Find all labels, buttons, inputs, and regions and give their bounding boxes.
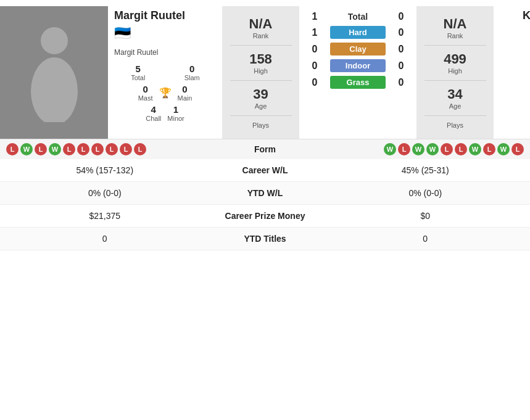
- left-minor-value: 1: [173, 104, 178, 115]
- form-badge-l: L: [483, 143, 495, 155]
- right-rank-block: N/A Rank: [416, 12, 494, 43]
- grass-score-left: 0: [299, 77, 330, 88]
- form-badge-w: W: [497, 143, 510, 155]
- grass-score-right: 0: [386, 77, 416, 88]
- center-col: 1 Total 0 1 Hard 0 0 Clay 0 0 Indoor 0: [299, 6, 416, 139]
- form-label: Form: [228, 144, 302, 154]
- left-ytd-wl: 0% (0-0): [6, 188, 204, 198]
- right-plays-label: Plays: [416, 121, 494, 129]
- left-form-badges: LWLWLLLLLL: [6, 143, 228, 155]
- left-age-value: 39: [222, 86, 299, 102]
- left-mid-stats: N/A Rank 158 High 39 Age Plays: [222, 6, 299, 139]
- left-ytd-titles: 0: [6, 234, 204, 244]
- left-minor-label: Minor: [167, 115, 184, 122]
- left-mast-label: Mast: [138, 94, 153, 102]
- career-wl-label: Career W/L: [204, 165, 327, 175]
- right-high-label: High: [416, 67, 494, 75]
- form-badge-l: L: [6, 143, 19, 155]
- right-prize: $0: [327, 211, 524, 221]
- right-age-value: 34: [416, 86, 494, 102]
- form-badge-l: L: [134, 143, 146, 155]
- clay-row: 0 Clay 0: [299, 43, 416, 56]
- left-divider-1: [230, 45, 292, 46]
- right-divider-2: [424, 80, 486, 81]
- ytd-titles-label: YTD Titles: [204, 234, 327, 244]
- right-form-badges: WLWWLLWLWL: [302, 143, 524, 155]
- right-divider-3: [424, 115, 486, 116]
- left-slam-stat: 0 Slam: [168, 64, 217, 81]
- ytd-titles-row: 0 YTD Titles 0: [0, 228, 530, 250]
- left-chall-stat: 4 Chall: [146, 104, 161, 122]
- form-badge-l: L: [511, 143, 524, 155]
- left-stats-grid: 5 Total 0 Slam: [114, 64, 216, 81]
- left-player-name: Margit Ruutel: [114, 9, 216, 22]
- form-badge-l: L: [35, 143, 47, 155]
- left-mast-stat: 0 Mast: [138, 84, 153, 102]
- career-wl-row: 54% (157-132) Career W/L 45% (25-31): [0, 159, 530, 182]
- grass-badge: Grass: [330, 76, 386, 89]
- left-rank-label: Rank: [222, 32, 299, 39]
- left-main-value: 0: [182, 84, 187, 94]
- right-divider-1: [424, 45, 486, 46]
- form-badge-l: L: [441, 143, 453, 155]
- clay-score-left: 0: [299, 44, 330, 55]
- left-silhouette: [23, 23, 85, 122]
- total-label: Total: [330, 12, 386, 22]
- left-high-label: High: [222, 67, 299, 75]
- right-player-info: Karoline Steiro 🇳🇴 Karoline Steiro 0 Tot…: [494, 6, 530, 139]
- left-mast-value: 0: [143, 84, 147, 94]
- form-badge-l: L: [77, 143, 89, 155]
- svg-point-1: [31, 57, 78, 122]
- left-chall-value: 4: [151, 104, 156, 115]
- hard-score-left: 1: [299, 27, 330, 38]
- indoor-score-left: 0: [299, 60, 330, 72]
- prize-row: $21,375 Career Prize Money $0: [0, 205, 530, 228]
- total-score-left: 1: [299, 11, 330, 22]
- total-score-right: 0: [386, 11, 416, 22]
- right-age-block: 34 Age: [416, 83, 494, 113]
- right-high-block: 499 High: [416, 47, 494, 78]
- left-chall-label: Chall: [146, 115, 161, 122]
- clay-score-right: 0: [386, 44, 416, 55]
- indoor-row: 0 Indoor 0: [299, 59, 416, 72]
- right-career-wl: 45% (25-31): [327, 165, 524, 175]
- left-trophy-icon: 🏆: [159, 87, 172, 99]
- left-career-wl: 54% (157-132): [6, 165, 204, 175]
- left-age-block: 39 Age: [222, 83, 299, 113]
- right-player-name: Karoline Steiro: [523, 9, 530, 22]
- right-age-label: Age: [416, 102, 494, 110]
- form-badge-w: W: [469, 143, 481, 155]
- form-section: LWLWLLLLLL Form WLWWLLWLWL: [0, 139, 530, 159]
- left-slam-value: 0: [189, 64, 194, 74]
- total-row: 1 Total 0: [299, 11, 416, 22]
- left-minor-stat: 1 Minor: [167, 104, 184, 122]
- players-row: Margit Ruutel 🇪🇪 Margit Ruutel 5 Total 0…: [0, 6, 530, 139]
- svg-point-0: [41, 27, 68, 54]
- right-rank-label: Rank: [416, 32, 494, 39]
- form-badge-l: L: [106, 143, 118, 155]
- right-ytd-titles: 0: [327, 234, 524, 244]
- right-mid-stats: N/A Rank 499 High 34 Age Plays: [416, 6, 494, 139]
- right-ytd-wl: 0% (0-0): [327, 188, 524, 198]
- right-high-value: 499: [416, 51, 494, 67]
- form-badge-l: L: [120, 143, 132, 155]
- left-total-label: Total: [131, 74, 145, 81]
- ytd-wl-label: YTD W/L: [204, 188, 327, 198]
- hard-row: 1 Hard 0: [299, 26, 416, 39]
- left-high-block: 158 High: [222, 47, 299, 78]
- indoor-badge: Indoor: [330, 59, 386, 72]
- left-divider-3: [230, 115, 292, 116]
- hard-badge: Hard: [330, 26, 386, 39]
- left-player-flag: 🇪🇪: [114, 25, 216, 41]
- left-age-label: Age: [222, 102, 299, 110]
- right-plays-block: Plays: [416, 118, 494, 133]
- ytd-wl-row: 0% (0-0) YTD W/L 0% (0-0): [0, 182, 530, 205]
- left-player-info: Margit Ruutel 🇪🇪 Margit Ruutel 5 Total 0…: [108, 6, 222, 139]
- left-prize: $21,375: [6, 211, 204, 221]
- right-rank-value: N/A: [416, 16, 494, 32]
- form-badge-w: W: [20, 143, 33, 155]
- left-player-name-label: Margit Ruutel: [114, 48, 216, 57]
- form-badge-l: L: [455, 143, 467, 155]
- grass-row: 0 Grass 0: [299, 76, 416, 89]
- left-high-value: 158: [222, 51, 299, 67]
